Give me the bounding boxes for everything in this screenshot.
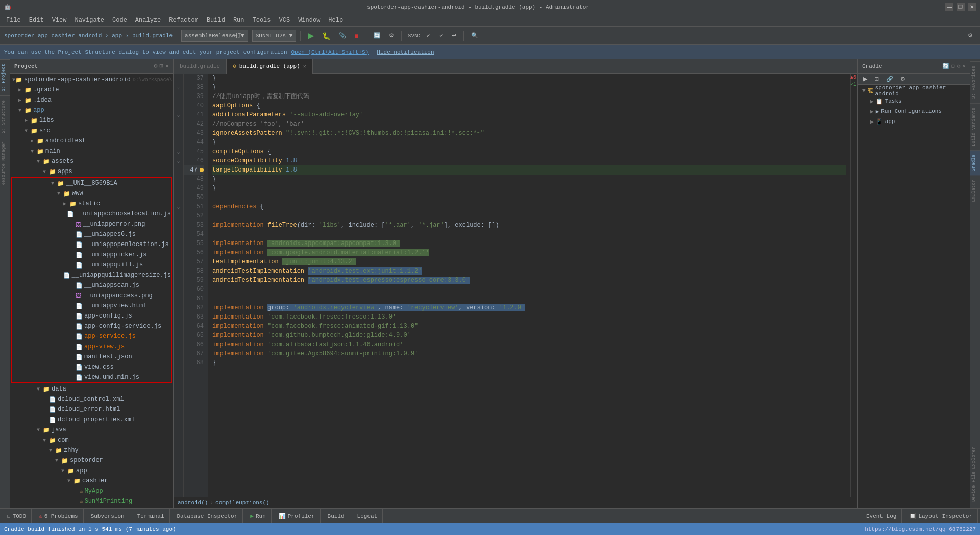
restore-button[interactable]: ❐ [957,3,965,11]
menu-analyze[interactable]: Analyze [131,16,165,25]
find-button[interactable]: 🔍 [468,31,481,40]
tree-item-view-html[interactable]: ▶ 📄 __uniappview.html [12,301,171,311]
tree-item-cashier[interactable]: ▼ 📁 cashier [10,476,173,486]
tree-item-gradle[interactable]: ▶ 📁 .gradle [10,85,173,95]
fold-44[interactable]: ⌄ [177,147,180,156]
menu-tools[interactable]: Tools [249,16,275,25]
tree-item-static[interactable]: ▶ 📁 static [12,199,171,209]
sync-button[interactable]: 🔄 [371,31,384,40]
tree-item-dcloud-properties[interactable]: ▶ 📄 dcloud_properties.xml [10,415,173,425]
fold-45[interactable]: ⌄ [177,156,180,165]
close-panel-icon[interactable]: ✕ [165,62,169,70]
gradle-link-btn[interactable]: 🔗 [883,75,896,83]
terminal-tab[interactable]: Terminal [132,509,170,523]
breadcrumb-app[interactable]: app [112,33,122,39]
tree-item-app-view[interactable]: ▶ 📄 app-view.js [12,342,171,352]
run-tab[interactable]: ▶ Run [245,509,271,523]
tree-item-view-css[interactable]: ▶ 📄 view.css [12,362,171,372]
tree-item-picker[interactable]: ▶ 📄 __uniapppicker.js [12,250,171,260]
device-file-explorer-tab[interactable]: Device File Explorer [970,443,980,506]
gradle-item-app[interactable]: ▶ 📱 app [858,116,970,127]
stop-button[interactable]: ■ [351,31,361,41]
build-variants-tab[interactable]: Build Variants [970,103,980,151]
menu-view[interactable]: View [48,16,71,25]
debug-button[interactable]: 🐛 [319,31,334,41]
notification-open-link[interactable]: Open (Ctrl+Alt+Shift+S) [291,49,369,55]
assemble-dropdown[interactable]: assembleRelease打▼ [181,30,248,42]
tree-item-app[interactable]: ▼ 📁 app [10,105,173,115]
resource-manager-tab[interactable]: Resource Manager [0,137,10,189]
close-button[interactable]: ✕ [968,3,976,11]
database-tab[interactable]: Database Inspector [172,509,243,523]
gradle-run-btn[interactable]: ▶ [860,75,870,83]
tree-item-dcloud-control[interactable]: ▶ 📄 dcloud_control.xml [10,394,173,404]
fold-40[interactable]: ⌄ [177,110,180,119]
menu-run[interactable]: Run [229,16,249,25]
menu-refactor[interactable]: Refactor [165,16,203,25]
tab-close-button[interactable]: ✕ [303,63,306,69]
event-log-tab[interactable]: Event Log [861,509,902,523]
menu-vcs[interactable]: VCS [275,16,295,25]
run-button[interactable]: ▶ [305,30,317,41]
breadcrumb-compileoptions[interactable]: compileOptions() [215,500,270,506]
tree-item-apps[interactable]: ▼ 📁 apps [10,166,173,177]
tree-item-main[interactable]: ▼ 📁 main [10,146,173,156]
tree-item-idea[interactable]: ▶ 📁 .idea [10,95,173,105]
tree-item-src[interactable]: ▼ 📁 src [10,126,173,136]
gradle-settings-icon[interactable]: ⚙ [957,63,961,69]
gradle-item-tasks[interactable]: ▶ 📋 Tasks [858,96,970,106]
emulator-tab[interactable]: Emulator [970,176,980,206]
gradle-item-run-configs[interactable]: ▶ ▶ Run Configurations [858,106,970,116]
menu-help[interactable]: Help [324,16,347,25]
gradle-side-tab[interactable]: Gradle [970,150,980,175]
tree-item-chooselocation[interactable]: ▶ 📄 __uniappcchooselocation.js [12,209,171,219]
tree-item-scan[interactable]: ▶ 📄 __uniappscan.js [12,280,171,290]
tree-item-error-png[interactable]: ▶ 🖼 __uniapperror.png [12,219,171,229]
gradle-toggle-btn[interactable]: ⊡ [871,75,882,83]
tree-item-success-png[interactable]: ▶ 🖼 __uniappsuccess.png [12,290,171,301]
structure-tab[interactable]: 2: Structure [0,95,10,137]
tree-item-app-config[interactable]: ▶ 📄 app-config.js [12,311,171,321]
attach-button[interactable]: 📎 [336,31,349,40]
tab-build-gradle[interactable]: ⚙ build.gradle (app) ✕ [227,59,312,74]
tree-item-www[interactable]: ▼ 📁 www [12,188,171,199]
minimize-button[interactable]: — [945,3,953,11]
vcs-commit-button[interactable]: ✓ [436,31,447,40]
tree-item-myapp[interactable]: ▶ ☕ MyApp [10,486,173,496]
tree-item-quill[interactable]: ▶ 📄 __uniappquill.js [12,260,171,270]
gradle-close-icon[interactable]: ✕ [962,63,966,69]
tree-item-view-umd[interactable]: ▶ 📄 view.umd.min.js [12,372,171,382]
problems-tab[interactable]: ⚠ 6 Problems [34,509,84,523]
tree-item-assets[interactable]: ▼ 📁 assets [10,156,173,166]
tab-inactive[interactable]: build.gradle [174,59,227,74]
tree-item-root[interactable]: ▼ 📁 spotorder-app-cashier-android D:\Wor… [10,75,173,85]
subversion-tab[interactable]: Subversion [86,509,130,523]
tree-item-java[interactable]: ▼ 📁 java [10,425,173,435]
breadcrumb-file[interactable]: build.gradle [132,33,173,39]
tree-item-zhhy[interactable]: ▼ 📁 zhhy [10,445,173,455]
gradle-item-root[interactable]: ▼ 🏗 spotorder-app-cashier-android [858,86,970,96]
tree-item-sunmiprinting[interactable]: ▶ ☕ SunMiPrinting [10,496,173,506]
tree-item-app-config-service[interactable]: ▶ 📄 app-config-service.js [12,321,171,331]
code-content[interactable]: } } //使用uniapp时，需复制下面代码 aaptOptions { ad… [208,74,850,497]
menu-navigate[interactable]: Navigate [70,16,108,25]
vcs-update-button[interactable]: ✓ [423,31,434,40]
layout-inspector-tab[interactable]: 🔲 Layout Inspector [904,509,978,523]
build-tab[interactable]: Build [323,509,350,523]
profiler-tab[interactable]: 📊 Profiler [274,509,321,523]
breadcrumb-android[interactable]: android() [178,500,208,506]
fold-37[interactable]: ⌄ [177,83,180,92]
vcs-revert-button[interactable]: ↩ [449,31,459,40]
tree-item-app-service[interactable]: ▶ 📄 app-service.js [12,331,171,342]
tree-item-spotorder[interactable]: ▼ 📁 spotorder [10,455,173,466]
menu-build[interactable]: Build [203,16,229,25]
gear-icon[interactable]: ⚙ [154,62,157,70]
project-tab[interactable]: 1: Project [0,59,10,95]
tree-item-openloc[interactable]: ▶ 📄 __uniappopenlocation.js [12,239,171,250]
menu-window[interactable]: Window [294,16,324,25]
menu-edit[interactable]: Edit [25,16,48,25]
tree-item-uni8569[interactable]: ▼ 📁 __UNI__8569B1A [12,178,171,188]
breadcrumb-root[interactable]: spotorder-app-cashier-android [4,33,102,39]
gradle-settings2-btn[interactable]: ⚙ [897,75,909,83]
tree-item-data[interactable]: ▼ 📁 data [10,384,173,394]
